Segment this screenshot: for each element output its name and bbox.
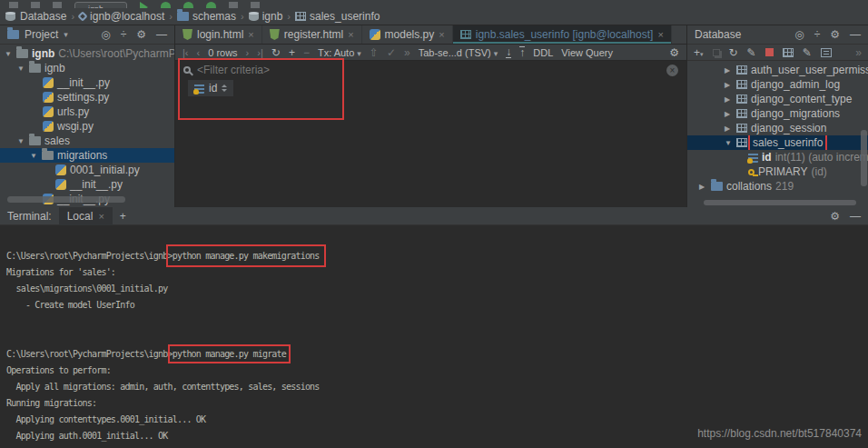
chevron-down-icon[interactable]: ▼ [17,65,25,73]
submit-icon[interactable]: ⇧ [370,47,379,58]
duplicate-icon[interactable] [713,49,720,56]
project-panel-title[interactable]: Project [25,28,58,41]
hide-panel-icon[interactable]: — [156,28,167,41]
chevron-right-icon[interactable]: ▶ [725,124,733,133]
ddl-button[interactable]: DDL [533,47,553,58]
db-table-django-content-type[interactable]: ▶ django_content_type [687,92,868,106]
undo-icon[interactable] [31,2,40,8]
new-terminal-icon[interactable]: + [120,211,126,222]
close-filter-icon[interactable]: × [666,65,678,76]
db-table-sales-userinfo[interactable]: ▼ sales_userinfo [687,135,868,150]
db-table-django-session[interactable]: ▶ django_session [687,121,868,135]
redo-icon[interactable] [53,2,62,8]
tab-login-html[interactable]: login.html × [175,25,262,44]
stop-button[interactable] [229,2,238,8]
search-everywhere-icon[interactable] [251,2,260,8]
db-table-django-migrations[interactable]: ▶ django_migrations [687,106,868,121]
gear-icon[interactable]: ⚙ [136,28,146,41]
chevron-down-icon[interactable]: ▼ [5,50,13,58]
breadcrumb-schemas[interactable]: schemas [177,10,236,23]
close-icon[interactable]: × [439,29,444,40]
chevron-right-icon[interactable]: ▶ [725,110,733,118]
stop-icon[interactable] [765,48,774,56]
tab-models-py[interactable]: models.py × [362,25,453,44]
gear-icon[interactable]: ⚙ [669,47,679,58]
breadcrumb-schema-ignb[interactable]: ignb [249,10,283,23]
locate-icon[interactable]: ◎ [794,28,804,41]
chevron-down-icon[interactable]: ▼ [30,152,38,160]
breadcrumb-table[interactable]: sales_userinfo [295,10,380,23]
db-column-id[interactable]: id int(11) (auto increme [687,150,868,164]
collapse-all-icon[interactable]: ÷ [121,28,127,41]
view-query-button[interactable]: View Query [561,47,613,58]
previous-page-button[interactable]: ‹ [197,47,201,58]
add-row-icon[interactable]: + [289,47,295,58]
first-page-button[interactable]: |‹ [182,47,189,58]
tree-item-ignb[interactable]: ▼ ignb [0,61,174,75]
tx-mode-selector[interactable]: Tx: Auto ▾ [318,47,361,58]
gear-icon[interactable]: ⚙ [830,210,840,223]
tree-item-settings-py[interactable]: settings.py [0,90,174,105]
close-icon[interactable]: × [657,29,663,40]
terminal-tab-local[interactable]: Local × [59,207,113,225]
tree-item-init-py[interactable]: __init__.py [0,75,174,90]
hide-panel-icon[interactable]: — [850,210,861,223]
tree-item-sales[interactable]: ▼ sales [0,134,174,148]
chevron-right-icon[interactable]: ▶ [725,81,733,89]
more-chevrons-icon[interactable]: » [855,47,862,58]
tree-item-migrations-init-py[interactable]: __init__.py [0,177,174,192]
db-table-django-admin-log[interactable]: ▶ django_admin_log [687,77,868,92]
add-datasource-icon[interactable]: +▾ [694,47,704,58]
next-page-button[interactable]: › [246,47,250,58]
horizontal-scrollbar[interactable] [704,200,856,205]
tree-item-0001-initial-py[interactable]: 0001_initial.py [0,163,174,177]
edit-sync-icon[interactable]: ✎ [747,47,756,58]
chevron-right-icon[interactable]: ▶ [725,95,733,104]
hide-panel-icon[interactable]: — [850,28,861,41]
locate-icon[interactable]: ◎ [101,28,110,41]
gear-icon[interactable]: ⚙ [830,28,840,41]
filter-input[interactable] [197,64,660,76]
db-table-auth-user-user-permission[interactable]: ▶ auth_user_user_permission [687,63,868,77]
profile-button[interactable] [206,2,216,8]
commit-check-icon[interactable]: ✓ [387,47,396,58]
tree-item-root[interactable]: ▼ ignb C:\Users\root\PycharmProjec [0,46,174,61]
chevron-down-icon[interactable]: ▼ [725,139,733,147]
edit-icon[interactable]: ✎ [803,47,812,58]
database-panel-title[interactable]: Database [695,28,741,41]
chevron-right-icon[interactable]: ▶ [725,66,733,75]
tab-register-html[interactable]: register.html × [262,25,362,44]
tree-item-wsgi-py[interactable]: wsgi.py [0,119,174,134]
horizontal-scrollbar[interactable] [7,196,125,203]
more-chevrons-icon[interactable]: » [404,47,410,58]
tree-item-urls-py[interactable]: urls.py [0,105,174,119]
db-key-primary[interactable]: PRIMARY (id) [687,164,868,179]
column-header-id[interactable]: id [188,80,233,96]
chevron-down-icon[interactable]: ▾ [64,30,68,39]
export-format-selector[interactable]: Tab-se...d (TSV) ▾ [419,47,498,58]
table-view-icon[interactable] [783,48,794,57]
run-config-selector[interactable]: ignb [74,2,127,8]
upload-icon[interactable]: ↑ [519,46,525,58]
run-button[interactable] [140,2,148,8]
breadcrumb-database[interactable]: Database [20,10,66,23]
console-icon[interactable] [821,48,832,57]
db-folder-collations[interactable]: ▶ collations 219 [687,179,868,194]
download-icon[interactable]: ↓ [506,46,511,58]
save-icon[interactable] [9,2,18,8]
sort-icon[interactable] [222,85,227,92]
refresh-icon[interactable]: ↻ [729,47,738,58]
delete-row-icon[interactable]: − [303,47,310,58]
debug-button[interactable] [161,2,171,8]
last-page-button[interactable]: ›| [257,47,263,58]
close-icon[interactable]: × [248,29,253,40]
tree-item-migrations[interactable]: ▼ migrations [0,148,174,163]
terminal-output[interactable]: C:\Users\root\PycharmProjects\ignb>pytho… [0,225,868,448]
coverage-button[interactable] [183,2,193,8]
reload-icon[interactable]: ↻ [271,47,281,58]
chevron-down-icon[interactable]: ▼ [17,137,25,145]
tab-sales-userinfo[interactable]: ignb.sales_userinfo [ignb@localhost] × [453,25,672,44]
close-icon[interactable]: × [348,29,353,40]
chevron-right-icon[interactable]: ▶ [699,183,707,191]
breadcrumb-connection[interactable]: ignb@localhost [79,10,164,23]
